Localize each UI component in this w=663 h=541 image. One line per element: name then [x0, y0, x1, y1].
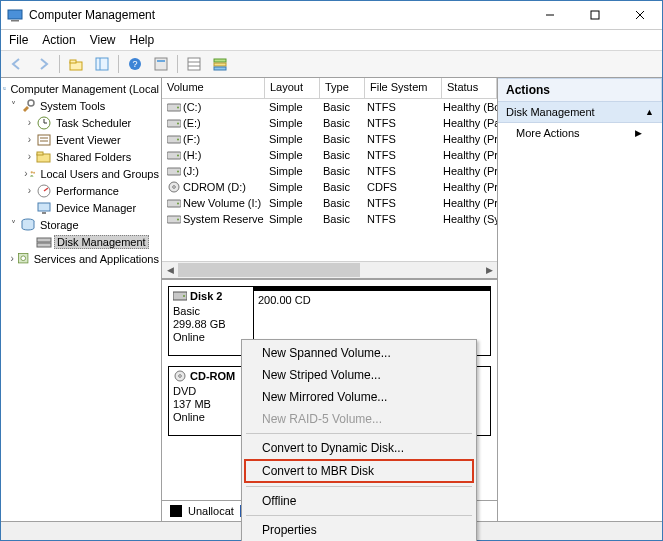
actions-more-actions[interactable]: More Actions ▶: [498, 123, 662, 143]
forward-button[interactable]: [31, 52, 55, 76]
volume-layout: Simple: [264, 133, 318, 145]
volume-row[interactable]: (J:)SimpleBasicNTFSHealthy (Primary P: [162, 163, 497, 179]
menu-file[interactable]: File: [9, 33, 28, 47]
menu-convert-dynamic[interactable]: Convert to Dynamic Disk...: [244, 437, 474, 459]
expand-icon[interactable]: ›: [23, 185, 36, 196]
menu-properties[interactable]: Properties: [244, 519, 474, 541]
tree-label: Shared Folders: [54, 151, 133, 163]
svg-rect-12: [155, 58, 167, 70]
tree-task-scheduler[interactable]: › Task Scheduler: [3, 114, 161, 131]
menu-action[interactable]: Action: [42, 33, 75, 47]
volume-status: Healthy (Primary P: [438, 149, 497, 161]
volume-fs: NTFS: [362, 149, 438, 161]
performance-icon: [36, 183, 52, 199]
actions-section[interactable]: Disk Management ▲: [498, 102, 662, 123]
help-button[interactable]: ?: [123, 52, 147, 76]
tree-label: Performance: [54, 185, 121, 197]
menu-offline[interactable]: Offline: [244, 490, 474, 512]
expand-icon[interactable]: ›: [23, 134, 36, 145]
volume-name: CDROM (D:): [183, 181, 246, 193]
expand-icon[interactable]: ›: [23, 117, 36, 128]
volume-name: System Reserved: [183, 213, 264, 225]
volume-list[interactable]: Volume Layout Type File System Status (C…: [162, 78, 497, 280]
svg-point-43: [177, 107, 179, 109]
menu-new-striped[interactable]: New Striped Volume...: [244, 364, 474, 386]
toolbar: ?: [1, 51, 662, 78]
action-list-button[interactable]: [208, 52, 232, 76]
disk-size: 137 MB: [173, 398, 211, 410]
close-button[interactable]: [617, 1, 662, 29]
tree-root[interactable]: Computer Management (Local: [3, 80, 161, 97]
volume-fs: NTFS: [362, 165, 438, 177]
collapse-icon[interactable]: ˅: [7, 219, 20, 230]
volume-type: Basic: [318, 117, 362, 129]
maximize-button[interactable]: [572, 1, 617, 29]
tools-icon: [20, 98, 36, 114]
volume-row[interactable]: New Volume (I:)SimpleBasicNTFSHealthy (P…: [162, 195, 497, 211]
event-icon: [36, 132, 52, 148]
volume-name: (J:): [183, 165, 199, 177]
refresh-button[interactable]: [149, 52, 173, 76]
svg-point-47: [177, 139, 179, 141]
svg-rect-35: [38, 203, 50, 211]
scroll-thumb[interactable]: [178, 263, 360, 277]
volume-row[interactable]: System ReservedSimpleBasicNTFSHealthy (S…: [162, 211, 497, 227]
cdrom-icon: [173, 370, 187, 385]
collapse-icon[interactable]: ˅: [7, 100, 20, 111]
tree-storage[interactable]: ˅ Storage: [3, 216, 161, 233]
volume-list-header[interactable]: Volume Layout Type File System Status: [162, 78, 497, 99]
column-header-layout[interactable]: Layout: [265, 78, 320, 98]
volume-row[interactable]: (F:)SimpleBasicNTFSHealthy (Primary P: [162, 131, 497, 147]
volume-name: New Volume (I:): [183, 197, 261, 209]
partition-size: 200.00 CD: [258, 294, 311, 306]
tree-performance[interactable]: › Performance: [3, 182, 161, 199]
volume-row[interactable]: (H:)SimpleBasicNTFSHealthy (Primary P: [162, 147, 497, 163]
tree-label: Disk Management: [54, 235, 149, 249]
volume-layout: Simple: [264, 165, 318, 177]
menu-new-mirrored[interactable]: New Mirrored Volume...: [244, 386, 474, 408]
minimize-button[interactable]: [527, 1, 572, 29]
svg-rect-30: [37, 152, 43, 155]
tree-device-manager[interactable]: Device Manager: [3, 199, 161, 216]
expand-icon[interactable]: ›: [7, 253, 17, 264]
volume-row[interactable]: (E:)SimpleBasicNTFSHealthy (Page File,: [162, 115, 497, 131]
volume-name: (H:): [183, 149, 201, 161]
tree-event-viewer[interactable]: › Event Viewer: [3, 131, 161, 148]
volume-row[interactable]: (C:)SimpleBasicNTFSHealthy (Boot, Cra: [162, 99, 497, 115]
drive-icon: [167, 117, 181, 129]
volume-row[interactable]: CDROM (D:)SimpleBasicCDFSHealthy (Primar…: [162, 179, 497, 195]
menu-view[interactable]: View: [90, 33, 116, 47]
horizontal-scrollbar[interactable]: ◀ ▶: [162, 261, 497, 278]
tree-shared-folders[interactable]: › Shared Folders: [3, 148, 161, 165]
column-header-status[interactable]: Status: [442, 78, 497, 98]
tree-disk-management[interactable]: Disk Management: [3, 233, 161, 250]
tree-local-users[interactable]: › Local Users and Groups: [3, 165, 161, 182]
tree-services-apps[interactable]: › Services and Applications: [3, 250, 161, 267]
context-menu[interactable]: New Spanned Volume... New Striped Volume…: [241, 339, 477, 541]
column-header-type[interactable]: Type: [320, 78, 365, 98]
show-hide-tree-button[interactable]: [90, 52, 114, 76]
svg-point-57: [177, 219, 179, 221]
volume-layout: Simple: [264, 101, 318, 113]
menu-help[interactable]: Help: [130, 33, 155, 47]
menu-new-spanned[interactable]: New Spanned Volume...: [244, 342, 474, 364]
svg-point-53: [173, 186, 176, 189]
navigation-tree[interactable]: Computer Management (Local ˅ System Tool…: [1, 78, 162, 521]
column-header-volume[interactable]: Volume: [162, 78, 265, 98]
svg-text:?: ?: [132, 59, 137, 69]
back-button[interactable]: [5, 52, 29, 76]
svg-rect-13: [157, 60, 165, 62]
tree-label: Device Manager: [54, 202, 138, 214]
scroll-track[interactable]: [178, 263, 481, 277]
scroll-right-button[interactable]: ▶: [481, 263, 497, 277]
volume-type: Basic: [318, 149, 362, 161]
titlebar[interactable]: Computer Management: [1, 1, 662, 30]
up-button[interactable]: [64, 52, 88, 76]
column-header-filesystem[interactable]: File System: [365, 78, 442, 98]
expand-icon[interactable]: ›: [23, 151, 36, 162]
volume-status: Healthy (Page File,: [438, 117, 497, 129]
tree-system-tools[interactable]: ˅ System Tools: [3, 97, 161, 114]
settings-button[interactable]: [182, 52, 206, 76]
scroll-left-button[interactable]: ◀: [162, 263, 178, 277]
menu-convert-mbr[interactable]: Convert to MBR Disk: [244, 459, 474, 483]
